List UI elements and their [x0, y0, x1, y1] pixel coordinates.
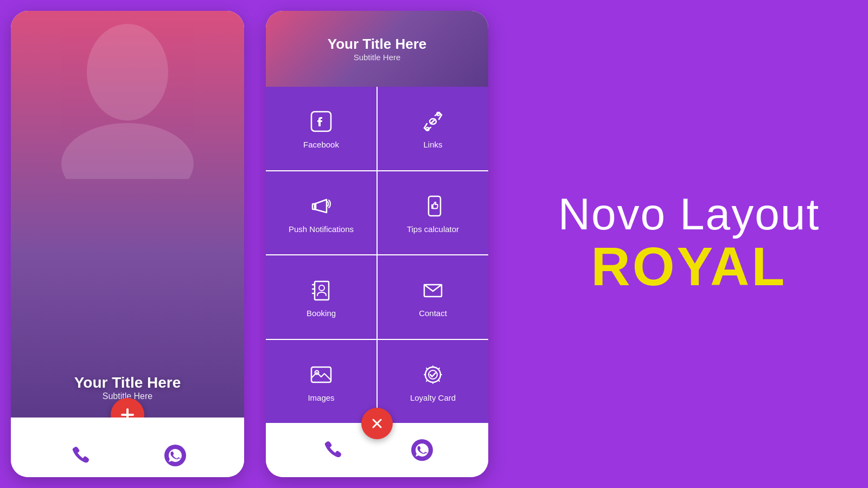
- svg-point-1: [61, 123, 194, 179]
- right-phone: Your Title Here Subtitle Here Facebook: [266, 11, 488, 477]
- grid-cell-tips-calculator[interactable]: Tips calculator: [378, 171, 488, 255]
- loyalty-card-label: Loyalty Card: [410, 393, 456, 402]
- branding-line2: ROYAL: [591, 236, 787, 296]
- right-phone-header: Your Title Here Subtitle Here: [266, 11, 488, 87]
- grid-cell-contact[interactable]: Contact: [378, 255, 488, 339]
- left-hero-title: Your Title Here: [74, 374, 181, 391]
- close-fab-button[interactable]: [361, 408, 393, 439]
- links-icon: [419, 107, 447, 136]
- grid-cell-links[interactable]: Links: [378, 87, 488, 170]
- contact-label: Contact: [419, 309, 447, 318]
- contact-icon: [419, 276, 447, 304]
- left-bottom-bar: [11, 418, 244, 477]
- svg-rect-9: [429, 196, 441, 216]
- branding-line1: Novo Layout: [558, 192, 820, 236]
- svg-rect-3: [121, 414, 134, 416]
- hero-face-silhouette: [57, 16, 198, 179]
- left-hero-text: Your Title Here Subtitle Here: [74, 374, 181, 401]
- push-notifications-label: Push Notifications: [289, 224, 354, 234]
- grid-row-3: Booking Contact: [266, 255, 488, 340]
- right-call-button[interactable]: [318, 436, 347, 464]
- grid-cell-booking[interactable]: Booking: [266, 255, 378, 339]
- booking-label: Booking: [307, 309, 336, 318]
- whatsapp-button[interactable]: [161, 441, 189, 470]
- images-label: Images: [308, 393, 334, 402]
- left-phone: Your Title Here Subtitle Here: [11, 11, 244, 477]
- booking-icon: [307, 276, 335, 304]
- svg-rect-2: [126, 408, 129, 418]
- grid-cell-loyalty-card[interactable]: Loyalty Card: [378, 340, 488, 423]
- links-label: Links: [423, 140, 442, 149]
- tips-icon: [419, 192, 447, 220]
- loyalty-card-icon: [419, 361, 447, 389]
- left-phone-hero: Your Title Here Subtitle Here: [11, 11, 244, 418]
- grid-row-1: Facebook Links: [266, 87, 488, 171]
- branding-section: Novo Layout ROYAL: [488, 192, 868, 296]
- right-header-subtitle: Subtitle Here: [354, 53, 401, 62]
- grid-row-2: Push Notifications Tips calculator: [266, 171, 488, 256]
- tips-calculator-label: Tips calculator: [407, 224, 459, 234]
- grid-cell-images[interactable]: Images: [266, 340, 378, 423]
- push-notifications-icon: [307, 192, 335, 220]
- grid-cell-facebook[interactable]: Facebook: [266, 87, 378, 170]
- right-header-title: Your Title Here: [328, 36, 427, 53]
- right-bottom-bar: [266, 423, 488, 477]
- svg-point-18: [425, 367, 441, 382]
- images-icon: [307, 361, 335, 389]
- svg-point-11: [319, 285, 324, 291]
- right-phone-grid: Facebook Links: [266, 87, 488, 423]
- grid-cell-push-notifications[interactable]: Push Notifications: [266, 171, 378, 255]
- svg-point-0: [87, 24, 168, 120]
- right-whatsapp-button[interactable]: [408, 436, 436, 464]
- facebook-label: Facebook: [303, 140, 339, 149]
- call-button[interactable]: [66, 441, 94, 470]
- facebook-icon: [307, 107, 335, 136]
